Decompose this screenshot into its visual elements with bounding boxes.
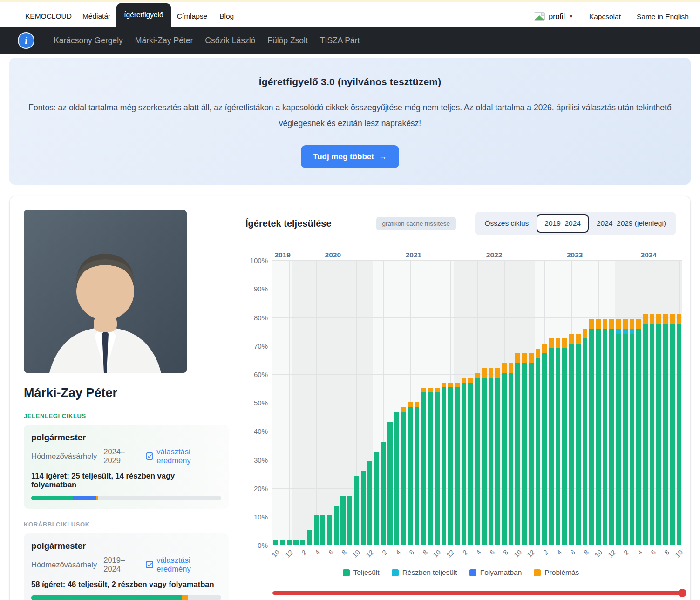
chart-bar [603,319,607,545]
chart-bar [576,334,580,545]
x-axis-label: 8 [415,548,429,562]
bar-segment [650,314,654,324]
x-axis-label: 12 [603,548,617,562]
election-result-link[interactable]: választási eredmény [146,447,221,465]
person-nav-link[interactable]: Csőzik László [199,31,261,50]
link-same-in-english[interactable]: Same in English [637,13,689,21]
bar-segment [569,334,574,344]
x-axis-label: 4 [388,548,402,562]
legend-swatch [534,569,541,576]
politician-summary-column: Márki-Zay Péter JELENLEGI CIKLUS polgárm… [24,210,229,600]
refresh-chart-cache-button[interactable]: grafikon cache frissítése [376,217,456,230]
chart-bar [408,402,413,545]
y-axis-label: 50% [254,399,268,407]
bar-segment [656,324,661,545]
legend-item: Részben teljesült [392,568,457,577]
link-kapcsolat[interactable]: Kapcsolat [589,13,621,21]
bar-segment [569,344,574,545]
chart-bar [455,383,460,545]
bar-segment [596,319,600,329]
legend-item: Problémás [534,568,579,577]
bar-segment [442,387,446,545]
person-nav-link[interactable]: Fülöp Zsolt [261,31,314,50]
chart-bar [340,496,345,545]
chart-bar [556,338,560,545]
chart-bar [616,319,621,545]
legend-swatch [343,569,350,576]
portrait-photo [24,210,187,373]
chart-legend: TeljesültRészben teljesültFolyamatbanPro… [245,568,676,577]
chart-bar [623,319,627,545]
year-label: 2020 [292,251,373,259]
learn-more-button[interactable]: Tudj meg többet → [301,145,399,168]
progress-segment [182,595,189,600]
x-axis-label: 8 [334,548,348,562]
x-axis-label: 10 [590,548,604,562]
legend-label: Részben teljesült [402,568,457,577]
bar-segment [509,363,513,373]
x-axis-label: 10 [267,548,281,562]
hero-banner: Ígéretfigyelő 3.0 (nyilvános tesztüzem) … [9,58,691,185]
x-axis-label: 12 [361,548,375,562]
term: 2024–2029 [103,447,139,465]
top-nav-link[interactable]: Ígéretfigyelő [116,3,170,27]
chart-bar [320,515,325,545]
cycle-tab[interactable]: 2024–2029 (jelenlegi) [589,214,674,233]
chart-bar [636,319,641,545]
year-label: 2024 [615,251,682,259]
cycle-tabs: Összes ciklus2019–20242024–2029 (jelenle… [475,212,676,235]
top-nav-link[interactable]: Médiatár [76,6,116,27]
y-axis-label: 70% [254,342,268,350]
arrow-right-icon: → [379,152,387,162]
elapsed-time-slider[interactable] [272,589,682,597]
chart-bar [415,402,419,545]
x-axis-label: 6 [321,548,335,562]
x-axis-label: 2 [536,548,550,562]
bar-segment [542,353,547,545]
gridline-vertical [330,260,330,545]
chart-bar [542,344,547,545]
profile-dropdown[interactable]: profil ▼ [534,12,573,21]
x-axis-label: 8 [576,548,590,562]
bar-segment [643,314,647,324]
bar-segment [616,319,621,329]
chart-header: Ígéretek teljesülése grafikon cache fris… [245,212,676,235]
chart-bar [327,515,332,545]
legend-label: Folyamatban [480,568,522,577]
slider-thumb[interactable] [678,589,686,597]
bar-segment [448,383,453,387]
bar-segment [630,329,634,333]
cycle-tab[interactable]: Összes ciklus [477,214,537,233]
previous-cycle-block: polgármester Hódmezővásárhely 2019–2024 … [24,533,229,600]
x-axis-label: 6 [401,548,415,562]
brand-kemocloud[interactable]: KEMOCLOUD [20,6,76,27]
election-result-link[interactable]: választási eredmény [146,556,221,573]
info-icon[interactable]: i [18,32,34,49]
gridline-vertical [289,260,290,545]
current-cycle-label: JELENLEGI CIKLUS [24,412,229,419]
gridline-vertical [276,260,276,545]
bar-segment [354,476,359,545]
x-axis-label: 8 [657,548,671,562]
legend-item: Teljesült [343,568,380,577]
person-nav-link[interactable]: Karácsony Gergely [48,31,129,50]
person-nav-link[interactable]: Márki-Zay Péter [129,31,199,50]
bar-segment [529,363,533,545]
bar-segment [589,329,594,545]
chart-bar [387,422,392,545]
top-nav-link[interactable]: Blog [213,6,240,27]
chart-bar [583,329,587,545]
gridline-vertical [316,260,317,545]
bar-segment [509,373,513,545]
city: Hódmezővásárhely [31,560,97,569]
top-navbar: KEMOCLOUD MédiatárÍgéretfigyelőCímlapseB… [0,2,700,27]
chart-bar [442,383,446,545]
cycle-tab[interactable]: 2019–2024 [537,214,589,233]
top-nav-link[interactable]: Címlapse [171,6,213,27]
y-axis-label: 0% [258,541,268,549]
chart-bar [569,334,574,545]
person-nav-link[interactable]: TISZA Párt [314,31,366,50]
chart-bar [677,314,681,545]
x-axis-label: 12 [281,548,295,562]
previous-meta-row: Hódmezővásárhely 2019–2024 választási er… [31,556,221,573]
